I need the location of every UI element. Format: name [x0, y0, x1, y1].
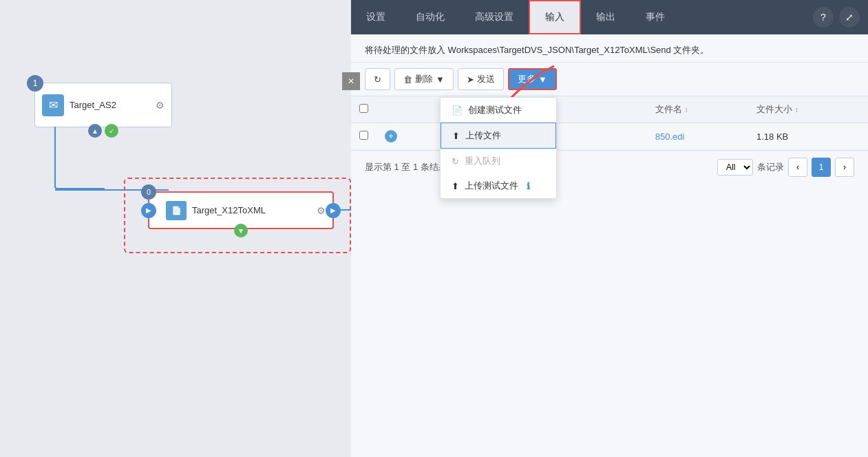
connector-corner: [54, 127, 105, 189]
node2-label: Target_X12ToXML: [192, 205, 311, 215]
node2-number: 0: [141, 184, 156, 200]
more-dropdown-menu: 📄 创建测试文件 ⬆ 上传文件 ↻ 重入队列 ⬆ 上传测试文件 ℹ: [440, 97, 557, 199]
refresh-icon: ↻: [374, 74, 381, 85]
nav-settings[interactable]: 设置: [351, 0, 401, 34]
row-checkbox[interactable]: [359, 131, 368, 140]
info-bar: 将待处理的文件放入 Workspaces\TargetDVS_JSON\Targ…: [351, 34, 868, 63]
send-icon: ➤: [467, 74, 474, 85]
send-label: 发送: [477, 73, 495, 85]
nav-automation[interactable]: 自动化: [401, 0, 460, 34]
send-btn[interactable]: ➤ 发送: [458, 68, 504, 90]
create-test-label: 创建测试文件: [468, 104, 522, 116]
create-test-icon: 📄: [452, 105, 463, 116]
nav-events[interactable]: 事件: [631, 0, 680, 34]
col-add: [377, 96, 436, 123]
upload-test-label: 上传测试文件: [465, 180, 518, 192]
dropdown-upload-test[interactable]: ⬆ 上传测试文件 ℹ: [441, 173, 556, 198]
nav-input[interactable]: 输入: [529, 0, 581, 34]
filename-sort-icon: ↕: [684, 106, 688, 114]
port-right-icon[interactable]: ▶: [326, 203, 341, 218]
close-icon: ✕: [348, 76, 354, 86]
delete-label: 删除: [415, 73, 433, 85]
node1-down-btn[interactable]: ✓: [105, 124, 118, 138]
filesize-sort-icon: ↕: [795, 106, 798, 114]
prev-icon: ‹: [796, 162, 799, 172]
nav-advanced[interactable]: 高级设置: [460, 0, 529, 34]
footer-right: All 条记录 ‹ 1 ›: [717, 158, 854, 177]
delete-btn[interactable]: 🗑 删除 ▼: [394, 68, 454, 90]
nav-icons: ? ⤢: [813, 7, 868, 28]
requeue-label: 重入队列: [465, 155, 500, 167]
node1-gear-icon[interactable]: ⚙: [156, 100, 165, 111]
node-target-x12[interactable]: 0 ▶ 📄 Target_X12ToXML ⚙ ▶ ▼: [148, 191, 334, 229]
filter-select[interactable]: All: [717, 159, 753, 176]
top-nav: 设置 自动化 高级设置 输入 输出 事件 ? ⤢: [351, 0, 868, 34]
upload-file-icon: ⬆: [452, 131, 460, 141]
file-table: 日期 / 时间 ↕ 文件名 ↕ 文件大小 ↕: [351, 96, 868, 150]
page-num: 1: [819, 162, 824, 172]
node2-down-port[interactable]: ▼: [234, 224, 248, 237]
more-btn-container: 更多 ▼ 📄 创建测试文件 ⬆ 上传文件 ↻ 重入队列 ⬆: [508, 68, 557, 90]
records-label: 条记录: [757, 161, 784, 173]
col-filename[interactable]: 文件名 ↕: [647, 96, 748, 123]
select-all-checkbox[interactable]: [359, 104, 368, 113]
more-btn[interactable]: 更多 ▼: [508, 68, 557, 90]
external-link-icon[interactable]: ⤢: [839, 7, 860, 28]
next-page-btn[interactable]: ›: [835, 158, 854, 177]
more-label: 更多: [518, 73, 536, 85]
table-row: + 2023-06-06T14:24:50 850.edi 1.18 KB: [351, 123, 868, 150]
page-1-btn[interactable]: 1: [812, 158, 831, 177]
more-chevron-icon: ▼: [538, 74, 547, 85]
node1-number: 1: [27, 75, 43, 92]
upload-test-info-icon: ℹ: [527, 181, 530, 191]
info-text: 将待处理的文件放入 Workspaces\TargetDVS_JSON\Targ…: [365, 45, 709, 55]
row-add-cell: +: [377, 123, 436, 150]
row-filesize: 1.18 KB: [748, 123, 868, 150]
upload-test-icon: ⬆: [452, 181, 459, 191]
node2-icon: 📄: [166, 201, 187, 220]
row-checkbox-cell: [351, 123, 377, 150]
delete-icon: 🗑: [403, 74, 412, 85]
table-footer: 显示第 1 至 1 条结果，共 1 条 All 条记录 ‹ 1 ›: [351, 150, 868, 184]
dropdown-upload-file[interactable]: ⬆ 上传文件: [441, 123, 556, 149]
file-table-container: 日期 / 时间 ↕ 文件名 ↕ 文件大小 ↕: [351, 96, 868, 150]
nav-output[interactable]: 输出: [581, 0, 631, 34]
row-add-icon[interactable]: +: [385, 130, 397, 142]
main-panel: 将待处理的文件放入 Workspaces\TargetDVS_JSON\Targ…: [351, 34, 868, 457]
node2-gear-icon[interactable]: ⚙: [317, 205, 326, 216]
row-filename-link[interactable]: 850.edi: [655, 131, 685, 142]
node1-label: Target_AS2: [70, 100, 150, 110]
toolbar: ✕ ↻ 🗑 删除 ▼ ➤ 发送 更多 ▼ 📄 创建测试文件: [351, 63, 868, 96]
node-target-as2[interactable]: 1 ✉ Target_AS2 ⚙ ▲ ✓: [34, 83, 172, 127]
refresh-btn[interactable]: ↻: [365, 68, 390, 90]
node1-icon: ✉: [42, 94, 64, 116]
row-filename[interactable]: 850.edi: [647, 123, 748, 150]
dropdown-create-test[interactable]: 📄 创建测试文件: [441, 98, 556, 123]
prev-page-btn[interactable]: ‹: [788, 158, 807, 177]
port-left-icon[interactable]: ▶: [141, 203, 156, 218]
delete-dropdown-icon: ▼: [436, 74, 445, 85]
dropdown-requeue[interactable]: ↻ 重入队列: [441, 149, 556, 173]
next-icon: ›: [843, 162, 846, 172]
col-checkbox: [351, 96, 377, 123]
close-panel-btn[interactable]: ✕: [342, 72, 360, 90]
upload-file-label: 上传文件: [465, 129, 501, 142]
help-icon[interactable]: ?: [813, 7, 834, 28]
requeue-icon: ↻: [452, 156, 459, 167]
col-filesize[interactable]: 文件大小 ↕: [748, 96, 868, 123]
